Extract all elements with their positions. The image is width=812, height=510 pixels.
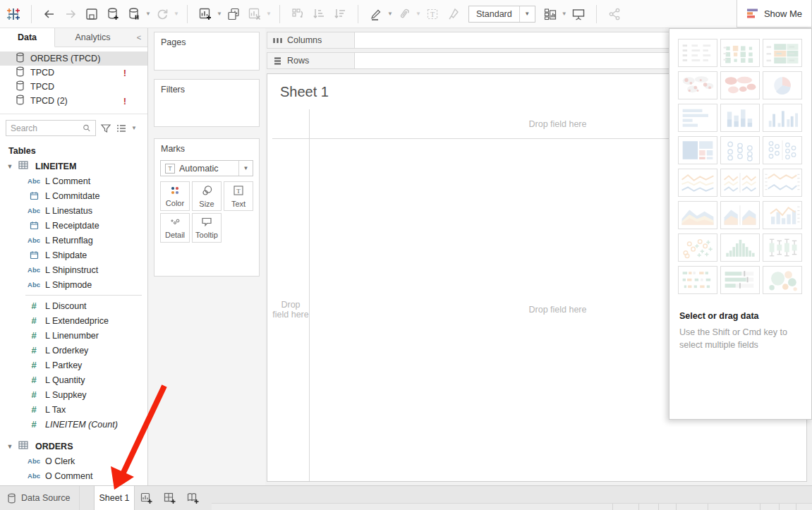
field-item[interactable]: #L Partkey [0,358,147,372]
highlight-caret[interactable]: ▼ [387,4,394,25]
field-item[interactable]: AbcO Clerk [0,454,147,468]
tab-analytics[interactable]: Analytics [55,28,131,47]
view-options-icon[interactable] [116,123,127,134]
connection-item[interactable]: TPCD [0,80,147,94]
discrete-area-chart-thumbnail[interactable] [720,201,760,229]
show-mark-labels-icon[interactable]: T [422,4,443,25]
field-item[interactable]: L Shipdate [0,248,147,262]
sheet-tab-active[interactable]: Sheet 1 [94,486,135,510]
pie-chart-chart-thumbnail[interactable] [763,71,802,99]
save-icon[interactable] [81,4,102,25]
mark-type-dropdown[interactable]: T Automatic ▼ [160,160,253,176]
new-worksheet-icon[interactable] [195,4,216,25]
field-item[interactable]: L Commitdate [0,188,147,203]
show-me-cells-icon[interactable] [540,4,561,25]
tooltip-mark-button[interactable]: Tooltip [192,213,222,243]
field-item[interactable]: AbcL Linestatus [0,203,147,218]
pause-auto-updates-caret[interactable]: ▼ [145,4,152,25]
field-item[interactable]: AbcL Returnflag [0,233,147,248]
drop-zone-rows[interactable]: Drop field here [272,138,309,481]
swap-rows-columns-icon[interactable] [287,4,308,25]
horizontal-bars-chart-thumbnail[interactable] [678,104,717,132]
text-table-chart-thumbnail[interactable] [678,39,717,67]
cells-caret[interactable]: ▼ [561,4,568,25]
group-members-caret[interactable]: ▼ [415,4,422,25]
connection-item[interactable]: TPCD (2)! [0,94,147,108]
collapse-pane-icon[interactable]: < [131,28,147,47]
discrete-lines-chart-thumbnail[interactable] [720,169,760,197]
new-dashboard-tab-icon[interactable] [159,486,181,510]
field-item[interactable]: AbcO Comment [0,468,147,483]
clear-sheet-icon[interactable] [244,4,265,25]
gantt-chart-thumbnail[interactable] [678,266,717,294]
filled-map-chart-thumbnail[interactable] [720,71,760,99]
chevron-down-icon[interactable]: ▼ [6,163,14,170]
presentation-mode-icon[interactable] [568,4,589,25]
field-item[interactable]: AbcL Shipinstruct [0,262,147,277]
new-worksheet-caret[interactable]: ▼ [216,4,223,25]
tableau-logo-icon[interactable] [3,4,24,25]
chevron-down-icon[interactable]: ▼ [6,443,14,450]
bullet-graph-chart-thumbnail[interactable] [720,266,760,294]
pause-auto-updates-icon[interactable] [123,4,145,25]
filters-card[interactable]: Filters [154,79,260,127]
field-item[interactable]: #L Quantity [0,372,147,387]
heat-map-chart-thumbnail[interactable] [720,39,760,67]
field-item[interactable]: AbcL Comment [0,174,147,188]
field-item[interactable]: #LINEITEM (Count) [0,417,147,432]
sort-descending-icon[interactable] [329,4,351,25]
table-group-header[interactable]: ▼ORDERS [0,439,147,454]
continuous-lines-chart-thumbnail[interactable] [678,169,717,197]
redo-icon[interactable] [60,4,81,25]
field-item[interactable]: #L Orderkey [0,343,147,358]
color-mark-button[interactable]: Color [160,181,190,211]
tab-data[interactable]: Data [0,28,55,47]
side-by-side-bars-chart-thumbnail[interactable] [763,104,802,132]
continuous-area-chart-thumbnail[interactable] [678,201,717,229]
field-item[interactable]: L Receiptdate [0,218,147,233]
highlight-table-chart-thumbnail[interactable] [763,39,802,67]
filter-fields-icon[interactable] [100,123,111,134]
text-mark-button[interactable]: TText [224,181,253,211]
symbol-map-chart-thumbnail[interactable] [678,71,717,99]
new-story-tab-icon[interactable] [182,486,205,510]
histogram-chart-thumbnail[interactable] [720,233,760,262]
field-item[interactable]: #L Discount [0,298,147,313]
scatter-plot-chart-thumbnail[interactable] [678,233,717,262]
data-source-tab[interactable]: Data Source [0,486,80,510]
undo-icon[interactable] [39,4,60,25]
run-auto-updates-caret[interactable]: ▼ [173,4,180,25]
sort-ascending-icon[interactable] [308,4,329,25]
new-data-source-icon[interactable] [102,4,123,25]
clear-sheet-caret[interactable]: ▼ [265,4,272,25]
search-input[interactable] [11,123,83,133]
field-item[interactable]: #L Suppkey [0,387,147,402]
box-and-whisker-chart-thumbnail[interactable] [763,233,802,262]
field-item[interactable]: #L Tax [0,402,147,417]
fit-selector-caret[interactable]: ▼ [519,6,535,22]
connection-item[interactable]: TPCD! [0,66,147,80]
view-options-caret[interactable]: ▼ [131,125,137,131]
detail-mark-button[interactable]: Detail [160,213,190,243]
field-item[interactable]: #L Extendedprice [0,313,147,328]
stacked-bars-chart-thumbnail[interactable] [720,104,760,132]
circle-views-chart-thumbnail[interactable] [720,136,760,164]
duplicate-sheet-icon[interactable] [223,4,244,25]
new-worksheet-tab-icon[interactable] [135,486,158,510]
mark-type-caret[interactable]: ▼ [238,161,253,176]
show-me-button[interactable]: Show Me [737,0,812,28]
side-by-side-circles-chart-thumbnail[interactable] [763,136,802,164]
fix-axes-icon[interactable] [443,4,464,25]
search-input-wrap[interactable] [6,120,96,136]
table-group-header[interactable]: ▼LINEITEM [0,159,147,174]
size-mark-button[interactable]: Size [192,181,222,211]
field-item[interactable]: AbcL Shipmode [0,277,147,292]
connection-item[interactable]: ORDERS (TPCD) [0,51,147,66]
share-workbook-icon[interactable] [604,4,625,25]
run-auto-updates-icon[interactable] [152,4,173,25]
fit-selector[interactable]: Standard ▼ [468,6,535,23]
tab-scroll-strip[interactable] [212,503,812,510]
dual-combination-chart-thumbnail[interactable] [763,201,802,229]
field-item[interactable]: #L Linenumber [0,328,147,343]
treemap-chart-thumbnail[interactable] [678,136,717,164]
